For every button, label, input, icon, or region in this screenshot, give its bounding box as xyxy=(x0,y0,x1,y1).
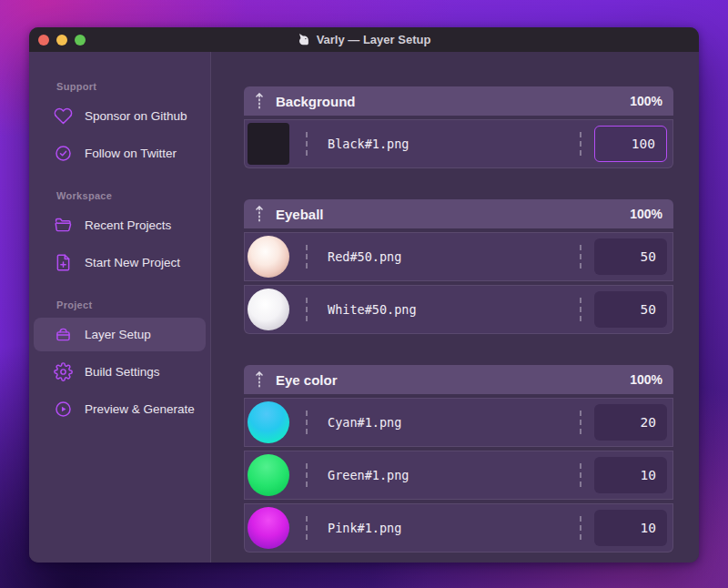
sidebar-item-follow-on-twitter[interactable]: Follow on Twitter xyxy=(34,137,206,170)
sidebar-item-sponsor-on-github[interactable]: Sponsor on Github xyxy=(34,99,206,133)
divider xyxy=(306,132,308,156)
traffic-lights xyxy=(38,27,86,52)
divider xyxy=(306,463,308,487)
thumbnail-green-sphere xyxy=(248,454,289,496)
sidebar-item-layer-setup[interactable]: Layer Setup xyxy=(34,318,206,351)
divider xyxy=(580,463,581,487)
sidebar-item-preview-generate[interactable]: Preview & Generate xyxy=(34,392,206,426)
sidebar: Support Sponsor on Github Follow on Twit… xyxy=(29,52,211,563)
layer-group-name: Eye color xyxy=(276,372,338,388)
layer-weight-input[interactable] xyxy=(594,404,667,441)
close-button[interactable] xyxy=(38,35,49,46)
layer-group-header[interactable]: Background 100% xyxy=(244,86,673,116)
thumbnail-black-swatch xyxy=(248,123,289,165)
layer-filename: Pink#1.png xyxy=(328,521,401,535)
play-circle-icon xyxy=(53,400,73,420)
divider xyxy=(306,411,308,434)
divider xyxy=(306,245,308,269)
layers-box-icon xyxy=(53,325,73,345)
layer-row: Red#50.png xyxy=(244,232,673,281)
drag-handle-icon[interactable] xyxy=(253,370,266,390)
thumbnail-red-sphere xyxy=(248,236,289,278)
layer-group-eye-color: Eye color 100% Cyan#1.png Gre xyxy=(244,365,673,553)
layer-row: Pink#1.png xyxy=(244,503,673,553)
sidebar-item-label: Layer Setup xyxy=(85,328,151,341)
sidebar-item-label: Sponsor on Github xyxy=(85,109,187,123)
layer-filename: Cyan#1.png xyxy=(328,415,401,430)
layer-weight-input[interactable] xyxy=(594,457,667,493)
layer-weight-input[interactable] xyxy=(594,510,667,546)
sidebar-section-support: Support xyxy=(56,81,210,92)
sidebar-item-label: Start New Project xyxy=(85,256,180,269)
heart-icon xyxy=(53,106,73,127)
window-title-text: Varly — Layer Setup xyxy=(317,33,431,46)
layer-group-name: Eyeball xyxy=(276,207,324,222)
layer-setup-panel: Background 100% Black#1.png xyxy=(211,52,699,563)
layer-filename: White#50.png xyxy=(328,302,417,317)
layer-row: Green#1.png xyxy=(244,451,673,500)
zoom-button[interactable] xyxy=(75,35,86,46)
drag-handle-icon[interactable] xyxy=(253,204,266,224)
sidebar-item-label: Build Settings xyxy=(85,365,160,379)
unicorn-icon xyxy=(298,33,311,46)
divider xyxy=(580,411,581,434)
divider xyxy=(580,245,581,269)
divider xyxy=(306,298,308,321)
layer-weight-input[interactable] xyxy=(594,238,667,275)
layer-row: Black#1.png xyxy=(244,119,673,168)
layer-filename: Red#50.png xyxy=(328,249,401,264)
sidebar-item-label: Follow on Twitter xyxy=(85,147,177,160)
divider xyxy=(580,516,581,540)
layer-group-header[interactable]: Eyeball 100% xyxy=(244,199,673,228)
folder-icon xyxy=(53,216,73,236)
drag-handle-icon[interactable] xyxy=(253,91,266,111)
window-title: Varly — Layer Setup xyxy=(298,33,431,46)
layer-group-background: Background 100% Black#1.png xyxy=(244,86,673,168)
app-window: Varly — Layer Setup Support Sponsor on G… xyxy=(29,27,699,563)
layer-group-header[interactable]: Eye color 100% xyxy=(244,365,673,394)
layer-group-name: Background xyxy=(276,94,356,109)
layer-group-weight: 100% xyxy=(630,207,662,221)
divider xyxy=(580,132,581,156)
layer-group-eyeball: Eyeball 100% Red#50.png White xyxy=(244,199,673,334)
sidebar-item-start-new-project[interactable]: Start New Project xyxy=(34,246,206,279)
sidebar-item-label: Recent Projects xyxy=(85,218,171,232)
titlebar[interactable]: Varly — Layer Setup xyxy=(29,27,699,52)
thumbnail-pink-sphere xyxy=(248,507,289,549)
sidebar-item-label: Preview & Generate xyxy=(85,402,195,416)
desktop-background: Varly — Layer Setup Support Sponsor on G… xyxy=(0,0,728,588)
layer-filename: Green#1.png xyxy=(328,468,409,482)
gear-icon xyxy=(53,362,73,382)
layer-row: Cyan#1.png xyxy=(244,398,673,447)
sidebar-section-workspace: Workspace xyxy=(56,190,210,201)
sidebar-section-project: Project xyxy=(56,299,210,310)
sidebar-item-build-settings[interactable]: Build Settings xyxy=(34,355,206,389)
file-plus-icon xyxy=(53,253,73,273)
layer-group-weight: 100% xyxy=(630,372,662,387)
divider xyxy=(306,516,308,540)
minimize-button[interactable] xyxy=(56,35,67,46)
sidebar-item-recent-projects[interactable]: Recent Projects xyxy=(34,208,206,242)
divider xyxy=(580,298,581,321)
layer-row: White#50.png xyxy=(244,285,673,334)
layer-filename: Black#1.png xyxy=(328,137,409,151)
layer-group-weight: 100% xyxy=(630,94,662,108)
verified-badge-icon xyxy=(53,144,73,164)
thumbnail-white-sphere xyxy=(248,289,289,330)
layer-weight-input[interactable] xyxy=(594,126,667,162)
thumbnail-cyan-sphere xyxy=(248,401,289,443)
layer-weight-input[interactable] xyxy=(594,291,667,328)
